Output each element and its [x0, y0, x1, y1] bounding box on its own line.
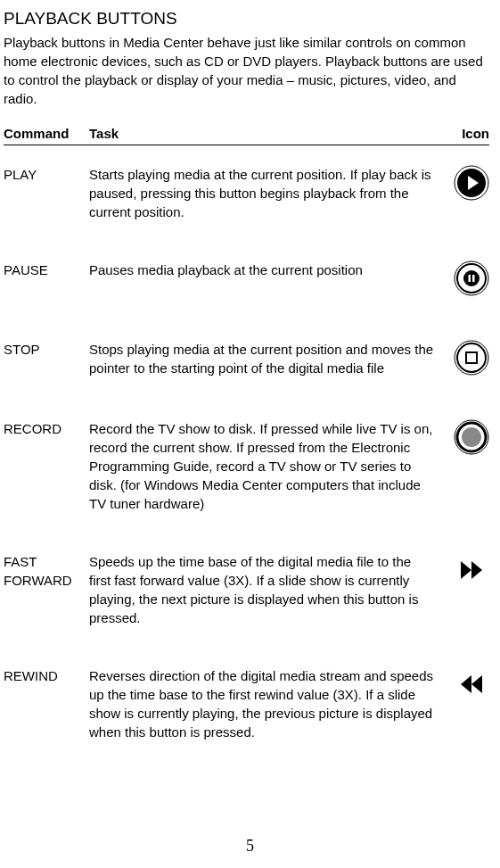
stop-icon	[454, 340, 489, 380]
task-cell: Reverses direction of the digital media …	[89, 666, 443, 741]
icon-cell	[443, 340, 489, 380]
icon-cell	[443, 165, 489, 205]
header-icon: Icon	[443, 124, 489, 143]
command-cell: PAUSE	[4, 260, 89, 279]
command-cell: PLAY	[4, 165, 89, 184]
svg-rect-6	[469, 275, 471, 282]
header-task: Task	[89, 124, 443, 143]
table-row: STOP Stops playing media at the current …	[4, 340, 489, 380]
page-number: 5	[0, 835, 500, 857]
svg-point-5	[463, 270, 480, 286]
fast-forward-icon	[454, 552, 489, 592]
table-row: RECORD Record the TV show to disk. If pr…	[4, 419, 489, 513]
svg-marker-16	[471, 561, 482, 579]
icon-cell	[443, 666, 489, 707]
rewind-icon	[454, 666, 489, 707]
table-row: REWIND Reverses direction of the digital…	[4, 666, 489, 741]
task-cell: Pauses media playback at the current pos…	[89, 260, 443, 279]
svg-point-14	[462, 427, 481, 447]
command-cell: REWIND	[4, 666, 89, 685]
header-command: Command	[4, 124, 89, 143]
icon-cell	[443, 552, 489, 592]
svg-marker-18	[461, 675, 471, 693]
table-row: PLAY Starts playing media at the current…	[4, 165, 489, 221]
command-cell: STOP	[4, 340, 89, 359]
task-cell: Record the TV show to disk. If pressed w…	[89, 419, 443, 513]
command-cell: RECORD	[4, 419, 89, 438]
icon-cell	[443, 260, 489, 301]
record-icon	[454, 419, 489, 459]
task-cell: Starts playing media at the current posi…	[89, 165, 443, 221]
svg-marker-17	[471, 675, 482, 693]
task-cell: Stops playing media at the current posit…	[89, 340, 443, 377]
task-cell: Speeds up the time base of the digital m…	[89, 552, 443, 627]
intro-paragraph: Playback buttons in Media Center behave …	[4, 33, 489, 108]
play-icon	[454, 165, 489, 205]
command-cell: FAST FORWARD	[4, 552, 89, 590]
svg-rect-7	[472, 275, 475, 282]
table-header: Command Task Icon	[4, 124, 489, 145]
icon-cell	[443, 419, 489, 459]
table-row: FAST FORWARD Speeds up the time base of …	[4, 552, 489, 627]
svg-marker-15	[461, 561, 471, 579]
table-row: PAUSE Pauses media playback at the curre…	[4, 260, 489, 301]
page-title: PLAYBACK BUTTONS	[4, 7, 489, 31]
pause-icon	[454, 260, 489, 301]
svg-rect-11	[467, 353, 476, 362]
